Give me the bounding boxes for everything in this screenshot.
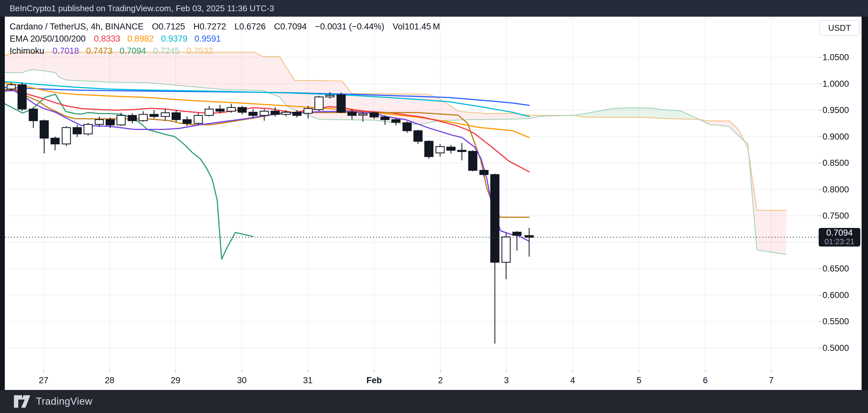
price-label-0.8000: 0.8000 (823, 184, 849, 195)
candle-body (315, 97, 323, 110)
price-axis[interactable]: USDT 0.7094 01:23:21 1.05001.00000.95000… (819, 17, 862, 390)
time-tick (639, 370, 639, 372)
ohlc-token-5: −0.0031 (−0.44%) (315, 22, 384, 32)
candle-body (150, 114, 158, 117)
time-tick (506, 370, 507, 372)
candle-body (216, 109, 224, 112)
ichimoku-indicator-label: Ichimoku (10, 46, 44, 56)
price-tick (819, 216, 822, 216)
ichimoku-value-2: 0.7094 (120, 46, 146, 56)
candle-body (194, 116, 203, 124)
ichimoku-value-4: 0.7532 (186, 46, 213, 56)
current-price-value: 0.7094 (826, 228, 853, 237)
ema-value-2: 0.9379 (161, 34, 187, 44)
time-tick (242, 370, 242, 372)
time-label-30: 30 (223, 376, 261, 385)
candle-body (95, 120, 103, 125)
page-edge-left (0, 17, 5, 390)
price-label-0.7500: 0.7500 (823, 211, 849, 221)
time-tick (109, 370, 110, 372)
candle-body (249, 113, 257, 116)
candle-body (403, 123, 411, 131)
candle-body (293, 113, 301, 116)
time-axis[interactable]: 2728293031Feb234567 (5, 370, 819, 390)
candle-body (414, 131, 422, 141)
price-tick (819, 321, 822, 322)
candle-body (359, 114, 367, 115)
current-price-tag: 0.7094 01:23:21 (819, 228, 860, 247)
ohlc-token-1: O0.7125 (152, 22, 185, 32)
candle-body (40, 121, 49, 138)
candle-body (381, 117, 389, 119)
candle-body (227, 107, 236, 112)
price-label-0.6000: 0.6000 (823, 290, 849, 300)
time-label-2: 2 (421, 376, 460, 385)
candle-body (326, 95, 334, 97)
time-tick (175, 370, 176, 372)
time-label-28: 28 (90, 376, 129, 385)
ema-value-0: 0.8333 (94, 34, 120, 44)
time-label-6: 6 (686, 376, 724, 385)
candle-body (502, 237, 510, 262)
price-label-1.0000: 1.0000 (823, 79, 849, 89)
candle-body (304, 108, 312, 113)
candle-body (106, 120, 114, 125)
candle-body (436, 147, 444, 153)
candle-body (469, 152, 477, 170)
time-label-27: 27 (24, 376, 63, 385)
ichimoku-indicator-row: Ichimoku 0.70180.74730.70940.72450.7532 (10, 45, 448, 57)
candle-body (73, 127, 81, 134)
time-label-5: 5 (620, 376, 658, 385)
ema-indicator-row: EMA 20/50/100/200 0.83330.89820.93790.95… (10, 33, 448, 45)
time-label-4: 4 (554, 376, 592, 385)
tradingview-published-chart: { "top_bar": {"text": "BeInCrypto1 publi… (0, 0, 868, 413)
time-tick (572, 370, 573, 372)
time-label-29: 29 (156, 376, 195, 385)
ema-value-3: 0.9591 (194, 34, 221, 44)
time-tick (771, 370, 772, 372)
price-tick (819, 163, 822, 163)
time-label-31: 31 (288, 376, 327, 385)
time-tick (43, 370, 44, 372)
candle-body (425, 141, 433, 157)
price-tick (819, 57, 822, 58)
candle-body (260, 111, 269, 115)
price-tick (819, 84, 822, 84)
candle-body (117, 116, 125, 125)
chart-plot-area[interactable] (5, 17, 819, 370)
price-label-1.0500: 1.0500 (823, 52, 849, 62)
time-tick (440, 370, 441, 372)
tradingview-logo-text: TradingView (36, 396, 92, 407)
price-tick (819, 110, 822, 110)
candle-body (128, 116, 136, 121)
footer-bar: TradingView (0, 390, 868, 413)
price-tick (819, 268, 822, 269)
tradingview-logo[interactable]: TradingView (13, 395, 92, 408)
page-edge-right (862, 17, 868, 390)
candle-body (447, 147, 455, 151)
candle-body (7, 85, 16, 89)
time-tick (308, 370, 308, 372)
candle-body (392, 120, 400, 122)
candle-body (183, 120, 191, 124)
ichimoku-value-0: 0.7018 (53, 46, 79, 56)
ichimoku-value-3: 0.7245 (153, 46, 180, 56)
candle-body (62, 127, 70, 144)
price-tick (819, 136, 822, 137)
ema-indicator-label: EMA 20/50/100/200 (10, 34, 86, 44)
time-label-Feb: Feb (355, 376, 393, 385)
currency-toggle-button[interactable]: USDT (819, 20, 860, 36)
price-tick (819, 295, 822, 295)
candle-body (348, 113, 356, 116)
ohlc-token-2: H0.7272 (193, 22, 226, 32)
symbol-ohlc-row: Cardano / TetherUS, 4h, BINANCEO0.7125H0… (10, 21, 448, 33)
ohlc-token-3: L0.6726 (235, 22, 266, 32)
time-label-3: 3 (487, 376, 526, 385)
price-tick (819, 348, 822, 348)
ema-value-1: 0.8982 (127, 34, 154, 44)
candle-body (29, 109, 37, 121)
candle-body (370, 113, 378, 117)
price-label-0.5500: 0.5500 (823, 316, 849, 326)
price-label-0.9000: 0.9000 (823, 132, 849, 142)
candle-body (491, 174, 499, 262)
